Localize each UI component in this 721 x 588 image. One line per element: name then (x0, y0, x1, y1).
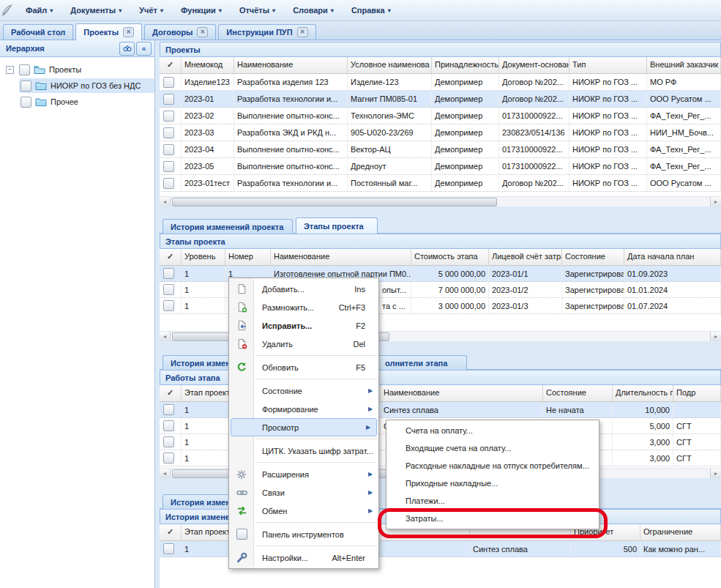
row-checkbox[interactable] (163, 144, 174, 155)
column-header[interactable]: Наименование (234, 57, 348, 73)
menu-item-1[interactable]: Размножить...Ctrl+F3 (229, 298, 378, 316)
column-header[interactable]: Принадлежность (432, 57, 499, 73)
row-checkbox[interactable] (163, 420, 174, 431)
row-checkbox[interactable] (163, 300, 174, 311)
column-header[interactable]: Номер (225, 249, 271, 265)
scroll-thumb[interactable] (172, 198, 497, 206)
column-header[interactable]: ✓ (160, 249, 182, 265)
row-checkbox[interactable] (163, 161, 174, 172)
tree-checkbox[interactable] (19, 64, 30, 75)
checkbox-icon[interactable] (236, 529, 247, 540)
column-header[interactable]: Наименование (271, 249, 411, 265)
project-row[interactable]: 2023-04Выполнение опытно-конс...Вектор-А… (160, 141, 721, 158)
column-header[interactable]: Состояние (543, 385, 613, 401)
collapse-panel-button[interactable]: « (136, 42, 152, 56)
scroll-left-icon[interactable]: ◄ (160, 469, 171, 478)
menubar-item-2[interactable]: Учёт▾ (132, 4, 170, 17)
menubar-item-5[interactable]: Словари▾ (286, 4, 340, 17)
tree-node-2[interactable]: Прочее (0, 94, 154, 110)
submenu-item-5[interactable]: Затраты... (386, 510, 599, 527)
tab-2[interactable]: Договоры✕ (144, 24, 216, 40)
menubar-item-6[interactable]: Справка▾ (345, 4, 397, 17)
tab-0[interactable]: Рабочий стол (3, 24, 73, 40)
tab-project-stages[interactable]: Этапы проекта (296, 217, 378, 234)
projects-horizontal-scrollbar[interactable]: ◄ ► (160, 196, 721, 206)
column-header-label: Документ-основан (502, 60, 569, 69)
column-header[interactable]: ✓ (160, 385, 182, 401)
scroll-left-icon[interactable]: ◄ (160, 197, 171, 206)
tab-close-icon[interactable]: ✕ (297, 27, 308, 37)
menubar-item-0[interactable]: Файл▾ (19, 4, 59, 17)
column-header[interactable]: Лицевой счёт затрат. (489, 249, 562, 265)
column-header[interactable]: Подр (673, 385, 721, 401)
tree-checkbox[interactable] (20, 81, 31, 92)
menu-item-8[interactable]: Формирование▶ (229, 400, 378, 418)
column-header[interactable]: Дата начала план (624, 249, 721, 265)
menu-item-0[interactable]: Добавить...Ins (229, 280, 378, 298)
scroll-left-icon[interactable]: ◄ (160, 332, 171, 341)
menu-item-3[interactable]: УдалитьDel (229, 335, 378, 353)
scroll-right-icon[interactable]: ► (710, 332, 721, 341)
column-header[interactable]: Документ-основан (499, 57, 569, 73)
menubar-item-1[interactable]: Документы▾ (64, 4, 128, 17)
tab-project-history[interactable]: История изменений проекта (162, 219, 293, 234)
column-header[interactable]: Ограничение (640, 524, 721, 540)
menu-item-9[interactable]: Просмотр▶ (231, 418, 377, 436)
row-checkbox[interactable] (163, 436, 174, 447)
menu-item-11[interactable]: ЦИТК. Указать шифр затрат... (229, 442, 378, 460)
menu-item-7[interactable]: Состояние▶ (229, 382, 378, 400)
menu-item-5[interactable]: ОбновитьF5 (229, 358, 378, 376)
column-header[interactable]: Стоимость этапа (411, 249, 489, 265)
scroll-right-icon[interactable]: ► (710, 469, 721, 478)
menu-item-2[interactable]: Исправить...F2 (229, 316, 378, 335)
project-row[interactable]: 2023-03Разработка ЭКД и РКД н...905-U020… (160, 124, 721, 141)
column-header[interactable]: ✓ (160, 57, 182, 73)
row-checkbox[interactable] (163, 178, 174, 189)
project-row[interactable]: 2023-05Выполнение опытно-конс...Дредноут… (160, 158, 721, 175)
submenu-item-4[interactable]: Платежи... (386, 492, 599, 510)
row-checkbox[interactable] (163, 404, 174, 415)
column-header[interactable]: Состояние (562, 249, 624, 265)
column-header[interactable]: Условное наименова (348, 57, 432, 73)
project-row[interactable]: Изделие123Разработка изделия 123Изделие-… (160, 74, 721, 91)
row-checkbox[interactable] (163, 94, 174, 105)
tab-close-icon[interactable]: ✕ (123, 27, 134, 37)
menu-item-19[interactable]: Настройки...Alt+Enter (229, 548, 378, 567)
column-header[interactable]: Длительность план▼ (613, 385, 673, 401)
row-checkbox[interactable] (163, 284, 174, 295)
column-header[interactable]: Мнемокод (182, 57, 234, 73)
column-header[interactable]: Наименование (381, 385, 543, 401)
tree-node-0[interactable]: −Проекты (0, 62, 154, 78)
menu-item-13[interactable]: Расширения▶ (229, 465, 378, 483)
tab-3[interactable]: Инструкции ПУП✕ (218, 24, 315, 40)
menubar-item-4[interactable]: Отчёты▾ (233, 4, 282, 17)
row-checkbox[interactable] (163, 268, 174, 279)
scroll-right-icon[interactable]: ► (710, 197, 721, 206)
row-checkbox[interactable] (163, 77, 174, 88)
menu-item-14[interactable]: Связи▶ (229, 483, 378, 502)
menu-item-17[interactable]: Панель инструментов (229, 525, 378, 543)
row-checkbox[interactable] (163, 453, 174, 464)
submenu-item-1[interactable]: Входящие счета на оплату... (386, 439, 599, 457)
row-checkbox[interactable] (163, 127, 174, 138)
project-row[interactable]: 2023-01тестРазработка технологии и...Пос… (160, 175, 721, 192)
row-checkbox[interactable] (163, 543, 174, 554)
submenu-item-3[interactable]: Приходные накладные... (386, 475, 599, 492)
tree-collapse-icon[interactable]: − (6, 66, 14, 74)
menubar-item-3[interactable]: Функции▾ (174, 4, 228, 17)
project-row[interactable]: 2023-02Выполнение опытно-конс...Технолог… (160, 108, 721, 124)
column-header[interactable]: ✓ (160, 524, 182, 540)
tab-1[interactable]: Проекты✕ (75, 23, 142, 40)
submenu-item-2[interactable]: Расходные накладные на отпуск потребител… (386, 457, 599, 475)
column-header[interactable]: Тип (569, 57, 647, 73)
tree-checkbox[interactable] (20, 97, 31, 108)
menu-item-15[interactable]: Обмен▶ (229, 502, 378, 520)
row-checkbox[interactable] (163, 111, 174, 122)
tab-close-icon[interactable]: ✕ (197, 27, 208, 37)
submenu-item-0[interactable]: Счета на оплату... (386, 422, 599, 439)
tree-node-1[interactable]: НИОКР по ГОЗ без НДС (0, 78, 154, 94)
column-header[interactable]: Внешний заказчик (647, 57, 721, 73)
project-row[interactable]: 2023-01Разработка технологии и...Магнит … (160, 91, 721, 108)
column-header[interactable]: Уровень (182, 249, 225, 265)
search-binoculars-button[interactable] (119, 42, 135, 56)
